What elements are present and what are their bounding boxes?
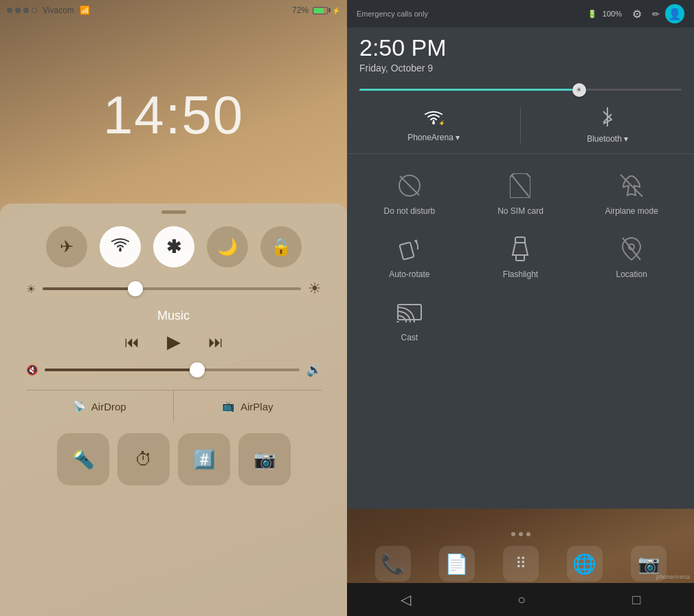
camera-shortcut-icon: 📷: [254, 449, 276, 470]
docs-icon: 📄: [445, 553, 469, 575]
rotation-lock-toggle[interactable]: 🔒: [260, 226, 302, 267]
phone-icon: 📞: [381, 553, 405, 575]
volume-thumb[interactable]: [190, 362, 205, 377]
wifi-toggle[interactable]: [100, 226, 141, 267]
dock-dot-2: [519, 532, 523, 536]
airdrop-button[interactable]: 📡 AirDrop: [26, 390, 175, 422]
airplane-toggle[interactable]: ✈: [46, 226, 87, 267]
bluetooth-quick-tile[interactable]: Bluetooth ▾: [521, 102, 694, 149]
android-brightness-track[interactable]: ☀: [359, 89, 682, 91]
battery-percent-android: 100%: [603, 10, 622, 18]
bluetooth-toggle[interactable]: ✱: [153, 226, 194, 267]
flashlight-qs-icon: [505, 234, 535, 264]
dock-dot-3: [526, 532, 530, 536]
shortcut-calculator[interactable]: #️⃣: [178, 433, 230, 485]
brightness-high-icon: ☀: [308, 280, 322, 298]
android-brightness-row: ☀: [347, 82, 694, 98]
recents-button[interactable]: □: [618, 586, 654, 613]
wifi-dropdown-icon: ▾: [456, 133, 460, 142]
qs-cast[interactable]: Cast: [354, 286, 465, 349]
settings-icon-wrap[interactable]: ⚙: [627, 4, 647, 23]
brightness-thumb[interactable]: [128, 281, 143, 296]
do-not-disturb-toggle[interactable]: 🌙: [207, 226, 248, 267]
brightness-row: ☀ ☀: [26, 280, 322, 298]
airplane-mode-icon: ✈: [60, 237, 74, 256]
android-app-dock: 📞 📄 ⠿ 🌐 📷: [347, 546, 694, 582]
moon-icon: 🌙: [217, 237, 238, 256]
emergency-text: Emergency calls only: [357, 10, 428, 18]
ios-control-center: ✈ ✱ 🌙: [0, 204, 347, 616]
volume-low-icon: 🔇: [26, 364, 38, 375]
qs-airplane-label: Airplane mode: [605, 206, 658, 216]
phone-app-icon[interactable]: 📞: [375, 546, 411, 582]
wifi-quick-tile[interactable]: ⚡ PhoneArena ▾: [347, 102, 520, 149]
ios-shortcut-row: 🔦 ⏱ #️⃣ 📷: [57, 433, 291, 485]
airdrop-icon: 📡: [73, 400, 86, 412]
bt-dropdown-icon: ▾: [624, 134, 628, 144]
qs-do-not-disturb-label: Do not disturb: [383, 206, 435, 216]
volume-fill: [45, 368, 198, 371]
control-center-handle: [161, 210, 186, 214]
android-clock: 2:50 PM: [359, 34, 682, 61]
wifi-tile-icon: ⚡: [423, 109, 444, 130]
shortcut-timer[interactable]: ⏱: [117, 433, 170, 485]
dock-dot-1: [511, 532, 515, 536]
qs-no-sim-label: No SIM card: [497, 206, 544, 216]
home-button[interactable]: ○: [504, 586, 539, 613]
brightness-sun-icon: ☀: [576, 86, 582, 94]
camera-dock-icon: 📷: [638, 553, 660, 575]
qs-flashlight[interactable]: Flashlight: [465, 223, 577, 286]
chrome-app-icon[interactable]: 🌐: [567, 546, 603, 582]
airplay-icon: 📺: [222, 400, 235, 412]
next-button[interactable]: ⏭: [208, 333, 223, 351]
android-brightness-fill: [359, 89, 579, 91]
wifi-network-label: PhoneArena ▾: [407, 133, 460, 142]
svg-line-6: [511, 175, 529, 197]
bluetooth-tile-icon: [599, 107, 616, 131]
auto-rotate-icon: [394, 234, 425, 264]
qs-auto-rotate[interactable]: Auto-rotate: [354, 223, 465, 286]
back-button[interactable]: ◁: [387, 586, 425, 613]
airdrop-label: AirDrop: [91, 401, 126, 412]
qs-location-label: Location: [616, 270, 647, 279]
do-not-disturb-icon: [394, 170, 425, 201]
qs-location[interactable]: Location: [576, 223, 687, 286]
play-button[interactable]: ▶: [167, 331, 181, 353]
wifi-toggle-icon: [111, 237, 130, 256]
airplay-button[interactable]: 📺 AirPlay: [174, 390, 322, 422]
svg-text:⚡: ⚡: [438, 120, 444, 125]
svg-rect-8: [399, 242, 414, 259]
music-title: Music: [26, 309, 322, 323]
qs-flashlight-label: Flashlight: [503, 270, 538, 279]
user-avatar[interactable]: 👤: [665, 4, 684, 23]
ios-toggle-row: ✈ ✱ 🌙: [46, 226, 302, 267]
cast-icon: [394, 297, 425, 327]
brightness-fill: [43, 287, 135, 290]
volume-track[interactable]: [45, 368, 300, 371]
battery-icon-android: 🔋: [587, 10, 597, 19]
chrome-icon: 🌐: [572, 553, 596, 575]
dock-page-dots: [511, 532, 530, 536]
previous-button[interactable]: ⏮: [124, 333, 139, 351]
volume-high-icon: 🔊: [306, 362, 322, 377]
apps-grid-icon: ⠿: [515, 555, 526, 573]
qs-no-sim[interactable]: No SIM card: [465, 160, 577, 223]
qs-airplane-mode[interactable]: Airplane mode: [576, 160, 687, 223]
android-status-bar: Emergency calls only 🔋 100% ⚙ ✏ 👤: [347, 0, 694, 28]
shortcut-flashlight[interactable]: 🔦: [57, 433, 109, 485]
shortcut-camera[interactable]: 📷: [238, 433, 291, 485]
svg-point-1: [432, 122, 435, 124]
android-nav-bar: ◁ ○ □: [347, 583, 694, 616]
svg-point-0: [119, 249, 122, 252]
brightness-track[interactable]: [43, 287, 301, 290]
svg-point-14: [396, 321, 399, 322]
docs-app-icon[interactable]: 📄: [439, 546, 475, 582]
qs-cast-label: Cast: [401, 333, 418, 342]
qs-do-not-disturb[interactable]: Do not disturb: [354, 160, 465, 223]
android-time-header: 2:50 PM Friday, October 9: [347, 28, 694, 82]
apps-drawer-icon[interactable]: ⠿: [503, 546, 539, 582]
android-connectivity-row: ⚡ PhoneArena ▾ Bluetoot: [347, 98, 694, 154]
airplay-label: AirPlay: [240, 401, 273, 412]
android-brightness-thumb[interactable]: ☀: [572, 83, 586, 97]
timer-shortcut-icon: ⏱: [135, 449, 153, 470]
